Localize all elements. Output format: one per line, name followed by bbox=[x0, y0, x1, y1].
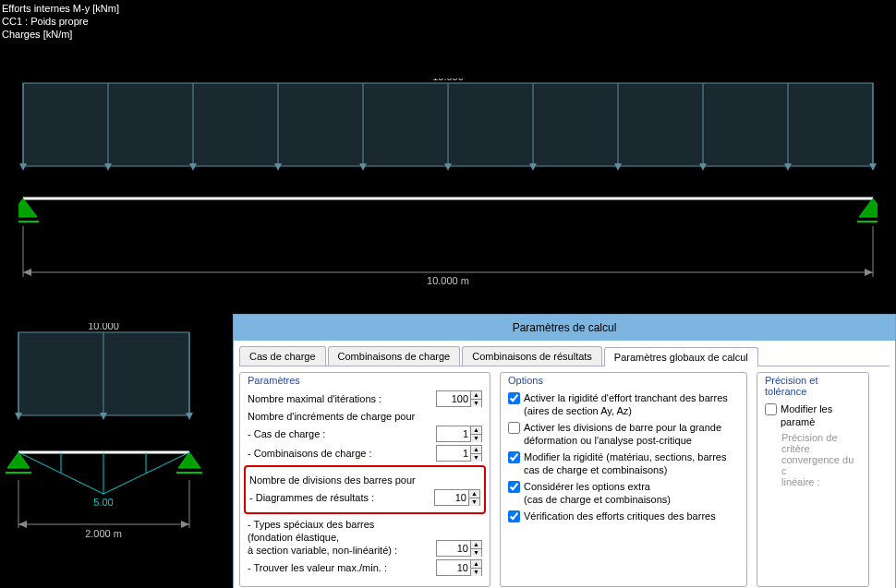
spin-up-icon[interactable]: ▲ bbox=[469, 490, 479, 498]
incr-header: Nombre d'incréments de charge pour bbox=[248, 410, 482, 423]
chk-verification-efforts-label: Vérification des efforts critiques des b… bbox=[524, 510, 716, 522]
spin-down-icon[interactable]: ▼ bbox=[471, 400, 481, 407]
spin-down-icon[interactable]: ▼ bbox=[471, 454, 481, 462]
group-precision: Précision et tolérance Modifier les para… bbox=[757, 372, 869, 587]
svg-marker-17 bbox=[444, 163, 452, 171]
support-right-small-icon bbox=[176, 452, 202, 473]
svg-marker-19 bbox=[614, 163, 622, 171]
precision-legend: Précision et tolérance bbox=[765, 375, 861, 397]
incr-comb-input[interactable] bbox=[437, 446, 470, 461]
spin-down-icon[interactable]: ▼ bbox=[471, 435, 481, 442]
header-line-3: Charges [kN/m] bbox=[2, 28, 119, 41]
group-options: Options Activer la rigidité d'effort tra… bbox=[500, 372, 747, 587]
main-beam-diagram: 10.000 10.000 m bbox=[18, 78, 878, 291]
find-max-spinner[interactable]: ▲▼ bbox=[436, 559, 482, 576]
chk-modifier-rigidite-label: Modifier la rigidité (matériau, sections… bbox=[524, 450, 726, 476]
group-parametres: Paramètres Nombre maximal d'itérations :… bbox=[239, 372, 490, 587]
svg-marker-26 bbox=[859, 198, 878, 217]
chk-rigidite-tranchant[interactable] bbox=[508, 392, 520, 404]
support-left-small-icon bbox=[6, 452, 31, 473]
header-line-1: Efforts internes M-y [kNm] bbox=[2, 2, 119, 15]
div-diag-input[interactable] bbox=[435, 490, 468, 505]
svg-marker-43 bbox=[178, 452, 200, 468]
dialog-tabs: Cas de charge Combinaisons de charge Com… bbox=[239, 346, 890, 366]
main-dim-label: 10.000 m bbox=[427, 275, 469, 286]
incr-comb-spinner[interactable]: ▲▼ bbox=[436, 445, 482, 462]
svg-marker-24 bbox=[18, 198, 37, 217]
svg-marker-52 bbox=[181, 521, 189, 528]
support-right-icon bbox=[857, 198, 878, 222]
tab-combinaisons-resultats[interactable]: Combinaisons de résultats bbox=[462, 346, 602, 366]
div-spec-label: - Types spéciaux des barres (fondation é… bbox=[248, 518, 436, 557]
chk-divisions-barre[interactable] bbox=[508, 422, 520, 434]
secondary-load-label: 10.000 bbox=[88, 323, 119, 331]
svg-marker-31 bbox=[23, 269, 31, 276]
secondary-dim-label: 2.000 m bbox=[85, 528, 122, 539]
svg-marker-39 bbox=[186, 413, 193, 420]
spin-up-icon[interactable]: ▲ bbox=[471, 541, 481, 549]
svg-marker-22 bbox=[869, 163, 877, 171]
secondary-result-value: 5.00 bbox=[93, 497, 113, 508]
svg-marker-12 bbox=[19, 163, 27, 171]
svg-marker-21 bbox=[784, 163, 792, 171]
max-iter-label: Nombre maximal d'itérations : bbox=[248, 392, 436, 405]
params-legend: Paramètres bbox=[248, 375, 482, 386]
chk-modifier-parametres-label: Modifier les paramè bbox=[781, 402, 861, 428]
incr-cc-input[interactable] bbox=[437, 426, 470, 441]
svg-marker-51 bbox=[18, 521, 27, 528]
svg-marker-15 bbox=[274, 163, 282, 171]
precision-sublabel: Précision de critère convergence du c li… bbox=[781, 432, 861, 487]
chk-modifier-parametres[interactable] bbox=[765, 403, 777, 415]
chk-rigidite-tranchant-label: Activer la rigidité d'effort tranchant d… bbox=[524, 391, 728, 417]
max-iter-input[interactable] bbox=[437, 391, 470, 406]
svg-marker-20 bbox=[699, 163, 707, 171]
tab-parametres-globaux[interactable]: Paramètres globaux de calcul bbox=[604, 347, 758, 366]
viewport-header: Efforts internes M-y [kNm] CC1 : Poids p… bbox=[2, 2, 119, 41]
spin-up-icon[interactable]: ▲ bbox=[471, 446, 481, 454]
chk-options-extra[interactable] bbox=[508, 481, 520, 493]
highlight-divisions-box: Nombre de divisions des barres pour - Di… bbox=[244, 465, 486, 514]
chk-divisions-barre-label: Activer les divisions de barre pour la g… bbox=[524, 421, 721, 447]
svg-marker-32 bbox=[865, 269, 873, 276]
svg-marker-18 bbox=[529, 163, 537, 171]
spin-down-icon[interactable]: ▼ bbox=[469, 498, 479, 506]
find-max-input[interactable] bbox=[437, 560, 470, 575]
svg-marker-13 bbox=[104, 163, 112, 171]
div-header: Nombre de divisions des barres pour bbox=[249, 474, 480, 486]
incr-comb-label: - Combinaisons de charge : bbox=[248, 447, 436, 460]
div-spec-input[interactable] bbox=[437, 541, 470, 556]
svg-marker-16 bbox=[359, 163, 367, 171]
header-line-2: CC1 : Poids propre bbox=[2, 15, 119, 28]
svg-marker-14 bbox=[189, 163, 197, 171]
chk-modifier-rigidite[interactable] bbox=[508, 451, 520, 463]
tab-combinaisons-charge[interactable]: Combinaisons de charge bbox=[328, 346, 461, 366]
options-legend: Options bbox=[508, 375, 739, 386]
chk-verification-efforts[interactable] bbox=[508, 510, 520, 522]
spin-up-icon[interactable]: ▲ bbox=[471, 426, 481, 435]
spin-up-icon[interactable]: ▲ bbox=[471, 560, 481, 569]
tab-cas-de-charge[interactable]: Cas de charge bbox=[239, 346, 326, 366]
incr-cc-label: - Cas de charge : bbox=[248, 427, 436, 440]
chk-options-extra-label: Considérer les options extra (cas de cha… bbox=[524, 480, 671, 506]
dialog-title: Paramètres de calcul bbox=[234, 315, 895, 341]
svg-marker-38 bbox=[100, 413, 107, 420]
spin-up-icon[interactable]: ▲ bbox=[471, 391, 481, 400]
incr-cc-spinner[interactable]: ▲▼ bbox=[436, 426, 482, 442]
spin-down-icon[interactable]: ▼ bbox=[471, 549, 481, 557]
max-iter-spinner[interactable]: ▲▼ bbox=[436, 390, 482, 407]
spin-down-icon[interactable]: ▼ bbox=[471, 569, 481, 576]
secondary-beam-diagram: 10.000 5.00 2.000 m bbox=[5, 323, 226, 554]
support-left-icon bbox=[18, 198, 39, 222]
find-max-label: - Trouver les valeur max./min. : bbox=[248, 561, 436, 574]
div-diag-spinner[interactable]: ▲▼ bbox=[434, 489, 480, 506]
main-load-label: 10.000 bbox=[432, 78, 464, 82]
div-spec-spinner[interactable]: ▲▼ bbox=[436, 540, 482, 557]
svg-marker-41 bbox=[7, 452, 30, 468]
calc-params-dialog: Paramètres de calcul Cas de charge Combi… bbox=[233, 314, 896, 588]
svg-marker-37 bbox=[15, 413, 22, 420]
div-diag-label: - Diagrammes de résultats : bbox=[249, 491, 434, 504]
